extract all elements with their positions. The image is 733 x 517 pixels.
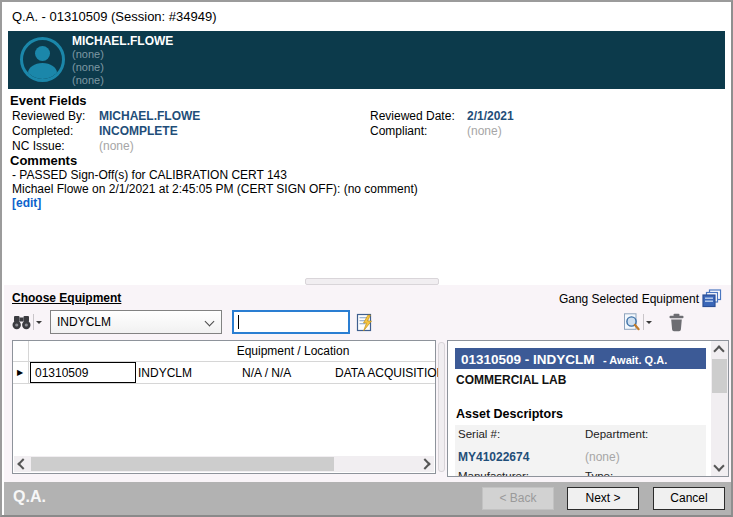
- scroll-right-arrow[interactable]: [419, 458, 430, 469]
- facility-name: COMMERCIAL LAB: [456, 373, 566, 387]
- equipment-search-input[interactable]: [232, 310, 350, 334]
- asset-id-cell[interactable]: 01310509: [30, 362, 136, 383]
- document-magnifier-icon: [622, 313, 641, 332]
- vertical-splitter-handle[interactable]: [438, 342, 445, 472]
- comment-line: Michael Flowe on 2/1/2021 at 2:45:05 PM …: [12, 182, 418, 196]
- asset-descriptors-heading: Asset Descriptors: [456, 407, 563, 421]
- binoculars-icon: [12, 315, 31, 330]
- reviewed-date-value: 2/1/2021: [467, 109, 514, 123]
- gang-selected-label: Gang Selected Equipment: [559, 292, 699, 306]
- type-label-clipped: Type:: [585, 470, 613, 477]
- completed-label: Completed:: [12, 124, 73, 138]
- stacked-copies-icon: [702, 289, 723, 308]
- user-name: MICHAEL.FLOWE: [72, 34, 173, 48]
- category-cell: DATA ACQUISITION: [335, 366, 445, 380]
- equipment-grid: Equipment / Location ▶ 01310509 INDYCLM …: [12, 340, 436, 474]
- serial-label: Serial #:: [458, 428, 500, 440]
- current-row-marker-icon: ▶: [17, 368, 23, 377]
- equipment-cell: INDYCLM: [138, 366, 192, 380]
- qa-wizard-dialog: Q.A. - 01310509 (Session: #34949) MICHAE…: [0, 0, 733, 517]
- selected-equipment-banner: 01310509 - INDYCLM - Await. Q.A.: [455, 348, 706, 369]
- quick-entry-button[interactable]: [356, 310, 378, 334]
- wizard-footer: Q.A. < Back Next > Cancel: [4, 482, 731, 515]
- asset-descriptors-block: Serial #: Department: MY41022674 (none) …: [455, 425, 706, 477]
- user-header: MICHAEL.FLOWE (none) (none) (none): [8, 31, 725, 89]
- equipment-details-panel: 01310509 - INDYCLM - Await. Q.A. COMMERC…: [447, 340, 729, 477]
- vertical-scrollbar-thumb[interactable]: [712, 359, 727, 393]
- equipment-grid-header[interactable]: Equipment / Location: [13, 341, 435, 362]
- user-sub-line: (none): [72, 74, 173, 87]
- comments-heading: Comments: [10, 153, 77, 168]
- find-button[interactable]: [12, 310, 50, 334]
- completed-value: INCOMPLETE: [99, 124, 178, 138]
- scroll-down-arrow[interactable]: [713, 460, 724, 471]
- user-sub-line: (none): [72, 48, 173, 61]
- equipment-filter-dropdown[interactable]: INDYCLM: [50, 310, 222, 334]
- avatar-person-icon: [35, 46, 50, 61]
- horizontal-scrollbar-thumb[interactable]: [31, 457, 334, 471]
- horizontal-scrollbar[interactable]: [14, 456, 434, 472]
- reviewed-by-value: MICHAEL.FLOWE: [99, 109, 200, 123]
- vertical-scrollbar[interactable]: [711, 341, 728, 476]
- manufacturer-label-clipped: Manufacturer:: [458, 470, 529, 477]
- choose-equipment-section: Choose Equipment Gang Selected Equipment: [4, 285, 731, 482]
- text-cursor: [238, 315, 239, 329]
- back-button[interactable]: < Back: [482, 487, 554, 510]
- preview-dropdown-caret: [646, 321, 652, 327]
- equipment-filter-value: INDYCLM: [57, 315, 111, 329]
- scroll-left-arrow[interactable]: [17, 458, 28, 469]
- scroll-up-arrow[interactable]: [713, 345, 724, 356]
- comment-line: - PASSED Sign-Off(s) for CALIBRATION CER…: [12, 168, 287, 182]
- selected-equipment-id: 01310509 - INDYCLM: [461, 352, 595, 367]
- selected-equipment-status: - Await. Q.A.: [603, 354, 667, 366]
- titlebar: Q.A. - 01310509 (Session: #34949): [2, 2, 731, 31]
- window-title: Q.A. - 01310509 (Session: #34949): [12, 9, 217, 24]
- compliant-label: Compliant:: [370, 124, 427, 138]
- avatar: [20, 37, 65, 82]
- next-button[interactable]: Next >: [567, 487, 639, 510]
- delete-button[interactable]: [668, 310, 690, 334]
- nc-issue-value: (none): [99, 139, 134, 153]
- preview-button[interactable]: [622, 310, 662, 334]
- table-row[interactable]: ▶ 01310509 INDYCLM N/A / N/A DATA ACQUIS…: [13, 362, 435, 384]
- compliant-value: (none): [467, 124, 502, 138]
- trash-icon: [668, 313, 685, 332]
- department-value: (none): [585, 450, 620, 464]
- column-header-equipment-location: Equipment / Location: [173, 344, 413, 358]
- gang-selected-button[interactable]: [702, 289, 723, 308]
- wizard-step-title: Q.A.: [13, 488, 46, 506]
- cancel-button[interactable]: Cancel: [653, 487, 725, 510]
- location-cell: N/A / N/A: [242, 366, 291, 380]
- nc-issue-label: NC Issue:: [12, 139, 65, 153]
- edit-comments-link[interactable]: [edit]: [12, 196, 41, 210]
- form-lightning-icon: [356, 313, 375, 332]
- reviewed-date-label: Reviewed Date:: [370, 109, 455, 123]
- choose-equipment-heading: Choose Equipment: [12, 291, 121, 305]
- find-dropdown-caret: [36, 321, 42, 327]
- event-fields-heading: Event Fields: [10, 93, 87, 108]
- department-label: Department:: [585, 428, 648, 440]
- serial-value: MY41022674: [458, 450, 529, 464]
- chevron-down-icon: [205, 317, 215, 327]
- reviewed-by-label: Reviewed By:: [12, 109, 85, 123]
- horizontal-splitter-handle[interactable]: [305, 278, 439, 285]
- user-info: MICHAEL.FLOWE (none) (none) (none): [72, 34, 173, 87]
- user-sub-line: (none): [72, 61, 173, 74]
